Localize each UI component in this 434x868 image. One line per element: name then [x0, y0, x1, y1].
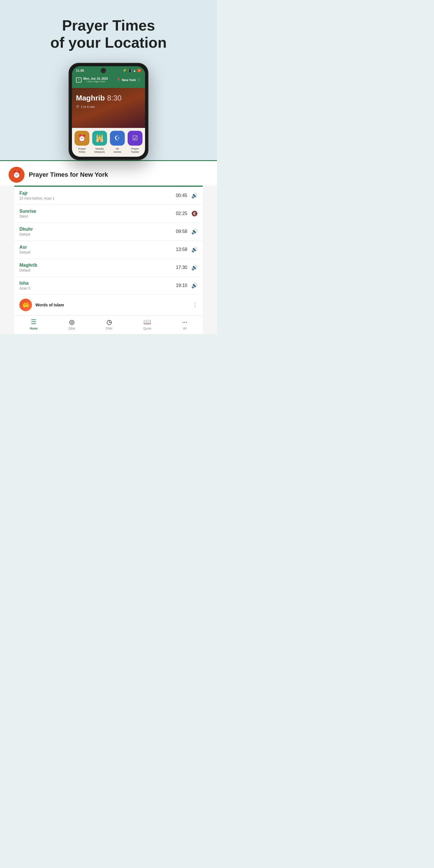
tracker-icon: ☑ [132, 134, 138, 142]
dhuhr-name: Dhuhr [20, 227, 33, 232]
quran-label: Quran [143, 327, 151, 330]
nav-all[interactable]: ··· All [182, 318, 187, 330]
fajr-row: Fajr 10 mins before, Azan 1 00:45 🔊 [14, 187, 203, 205]
isha-time: 19:10 [176, 283, 187, 288]
maghrib-name: Maghrib [20, 263, 37, 268]
camera-notch [101, 68, 106, 73]
calendar-icon [76, 78, 82, 83]
wifi-icon: ▲ [133, 69, 136, 72]
status-icons: ⚡ 📳 ▲ 7 [123, 68, 141, 72]
hero-title: Prayer Times of your Location [8, 17, 209, 52]
fajr-sound-icon[interactable]: 🔊 [191, 192, 197, 199]
alarm-clock-icon: ⏰ [78, 134, 86, 142]
dhikr-label: Dhikr [106, 327, 113, 330]
isha-row: Isha Azan 3 19:10 🔊 [14, 277, 203, 294]
words-title: Words of Islam [35, 303, 64, 307]
location-pin-icon: 📍 [117, 78, 121, 82]
maghrib-sub: Default [20, 269, 37, 272]
nearby-mosques-icon-box: 🕌 [92, 131, 107, 146]
app-header: Mon, Jun 19, 2023 1 Dhu'l-Hijjah 1444 📍 … [72, 75, 145, 88]
nav-qibla[interactable]: ◎ Qibla [68, 318, 75, 330]
feature-prayer-tracker-label: PrayerTracker [131, 147, 140, 154]
feature-nearby-mosques-label: NearbyMosques [94, 147, 105, 154]
sunrise-sound-icon[interactable]: 🔇 [191, 211, 197, 217]
home-icon: ☰ [31, 318, 36, 326]
maghrib-time: 17:30 [176, 265, 187, 270]
mosque-icon: 🕌 [95, 134, 104, 142]
words-more-icon[interactable]: ⋮ [192, 302, 197, 308]
feature-prayer-tracker[interactable]: ☑ PrayerTracker [127, 131, 143, 154]
qibla-label: Qibla [68, 327, 75, 330]
quran-icon: 📖 [143, 318, 151, 326]
prayer-tracker-icon-box: ☑ [128, 131, 143, 146]
fajr-sub: 10 mins before, Azan 1 [20, 196, 55, 200]
feature-prayer-times[interactable]: ⏰ PrayerTimes [74, 131, 90, 154]
middle-section: ⏰ Prayer Times for New York [0, 160, 217, 186]
feature-99names-label: 99names [113, 147, 121, 154]
clock-icon: ⏱ [76, 105, 80, 109]
asr-row: Asr Default 13:58 🔊 [14, 241, 203, 259]
maghrib-row: Maghrib Default 17:30 🔊 [14, 259, 203, 277]
isha-sub: Azan 3 [20, 286, 30, 290]
dhuhr-sound-icon[interactable]: 🔊 [191, 228, 197, 235]
99names-icon-box: ☪ [110, 131, 125, 146]
words-icon: 🤲 [20, 299, 32, 311]
status-time: 11:05 [76, 69, 84, 72]
asr-name: Asr [20, 245, 30, 250]
isha-sound-icon[interactable]: 🔊 [191, 282, 197, 289]
date-text: Mon, Jun 19, 2023 [83, 77, 108, 80]
features-grid: ⏰ PrayerTimes 🕌 NearbyMosques ☪ [72, 128, 145, 157]
dhuhr-time: 09:58 [176, 229, 187, 234]
home-label: Home [30, 327, 38, 330]
battery-icon: 7 [137, 69, 141, 72]
feature-nearby-mosques[interactable]: 🕌 NearbyMosques [92, 131, 107, 154]
hero-section: Prayer Times of your Location 11:05 ⚡ 📳 … [0, 0, 217, 160]
prayer-list: Fajr 10 mins before, Azan 1 00:45 🔊 Sunr… [14, 187, 203, 294]
all-icon: ··· [182, 318, 187, 326]
qibla-icon: ◎ [69, 318, 74, 326]
phone-mockup: 11:05 ⚡ 📳 ▲ 7 Mon, J [8, 63, 209, 160]
prayer-times-icon-box: ⏰ [74, 131, 89, 146]
feature-prayer-times-label: PrayerTimes [78, 147, 86, 154]
current-prayer-time: 8:30 [107, 94, 122, 102]
feature-99-names[interactable]: ☪ 99names [110, 131, 125, 154]
prayer-display: Maghrib 8:30 ⏱ 1 hr 6 min [72, 88, 145, 128]
asr-sound-icon[interactable]: 🔊 [191, 246, 197, 253]
more-options-icon[interactable]: ⋮ [137, 78, 141, 82]
prayer-list-section: Fajr 10 mins before, Azan 1 00:45 🔊 Sunr… [0, 186, 217, 334]
sunrise-row: Sunrise Silent 02:25 🔇 [14, 205, 203, 223]
all-label: All [183, 327, 186, 330]
sunrise-time: 02:25 [176, 211, 187, 216]
nav-quran[interactable]: 📖 Quran [143, 318, 151, 330]
current-prayer-name: Maghrib [76, 94, 105, 102]
alarm-icon: ⏰ [12, 170, 21, 179]
words-of-islam-row: 🤲 Words of Islam ⋮ [14, 294, 203, 315]
phone-frame: 11:05 ⚡ 📳 ▲ 7 Mon, J [68, 63, 149, 160]
location-name: New York [122, 78, 136, 82]
fajr-time: 00:45 [176, 193, 187, 198]
app-icon: ⏰ [8, 167, 25, 183]
allah-icon: ☪ [115, 134, 120, 142]
bottom-nav: ☰ Home ◎ Qibla ◷ Dhikr 📖 Quran ··· All [14, 315, 203, 334]
fajr-name: Fajr [20, 191, 55, 196]
hijri-date: 1 Dhu'l-Hijjah 1444 [83, 80, 108, 83]
location-block: 📍 New York ⋮ [117, 78, 141, 82]
asr-sub: Default [20, 250, 30, 254]
sunrise-sub: Silent [20, 214, 36, 218]
nav-dhikr[interactable]: ◷ Dhikr [106, 318, 113, 330]
isha-name: Isha [20, 281, 30, 286]
vibrate-icon: 📳 [128, 68, 132, 72]
asr-time: 13:58 [176, 247, 187, 252]
sunrise-name: Sunrise [20, 209, 36, 214]
time-remaining: ⏱ 1 hr 6 min [76, 105, 141, 109]
phone-screen: 11:05 ⚡ 📳 ▲ 7 Mon, J [72, 66, 145, 157]
maghrib-sound-icon[interactable]: 🔊 [191, 265, 197, 271]
dhuhr-sub: Default [20, 232, 33, 237]
bluetooth-icon: ⚡ [123, 68, 127, 72]
dhuhr-row: Dhuhr Default 09:58 🔊 [14, 223, 203, 241]
section-title: Prayer Times for New York [29, 171, 108, 179]
dhikr-icon: ◷ [106, 318, 112, 326]
status-bar: 11:05 ⚡ 📳 ▲ 7 [72, 66, 145, 75]
date-block: Mon, Jun 19, 2023 1 Dhu'l-Hijjah 1444 [76, 77, 108, 83]
nav-home[interactable]: ☰ Home [30, 318, 38, 330]
